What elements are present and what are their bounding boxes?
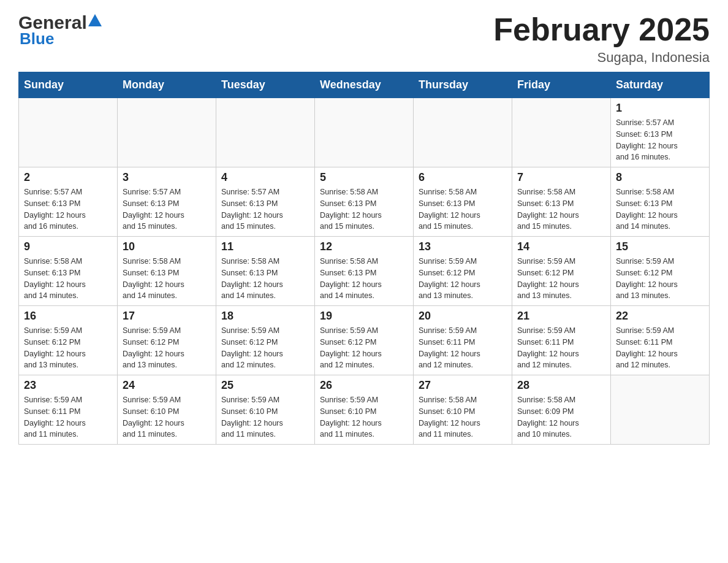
calendar-cell: 15Sunrise: 5:59 AM Sunset: 6:12 PM Dayli…: [611, 237, 710, 306]
day-info: Sunrise: 5:58 AM Sunset: 6:13 PM Dayligh…: [419, 186, 507, 232]
day-info: Sunrise: 5:58 AM Sunset: 6:10 PM Dayligh…: [419, 394, 507, 440]
day-of-week-sunday: Sunday: [19, 72, 118, 98]
calendar-cell: 20Sunrise: 5:59 AM Sunset: 6:11 PM Dayli…: [414, 306, 512, 375]
day-number: 1: [616, 102, 704, 115]
day-number: 8: [616, 171, 704, 184]
day-info: Sunrise: 5:58 AM Sunset: 6:13 PM Dayligh…: [616, 186, 704, 232]
calendar-cell: [512, 98, 611, 167]
day-info: Sunrise: 5:57 AM Sunset: 6:13 PM Dayligh…: [221, 186, 309, 232]
calendar-cell: 13Sunrise: 5:59 AM Sunset: 6:12 PM Dayli…: [414, 237, 512, 306]
calendar-cell: [19, 98, 118, 167]
day-number: 9: [24, 240, 112, 253]
day-info: Sunrise: 5:59 AM Sunset: 6:10 PM Dayligh…: [320, 394, 408, 440]
day-of-week-thursday: Thursday: [414, 72, 512, 98]
logo-container: General Blue: [18, 12, 102, 48]
day-number: 16: [24, 310, 112, 323]
day-number: 2: [24, 171, 112, 184]
calendar-cell: 21Sunrise: 5:59 AM Sunset: 6:11 PM Dayli…: [512, 306, 611, 375]
day-number: 22: [616, 310, 704, 323]
calendar-cell: [611, 375, 710, 445]
calendar-cell: 6Sunrise: 5:58 AM Sunset: 6:13 PM Daylig…: [414, 167, 512, 237]
calendar-cell: 10Sunrise: 5:58 AM Sunset: 6:13 PM Dayli…: [118, 237, 216, 306]
logo-blue-label: Blue: [18, 29, 54, 48]
day-info: Sunrise: 5:58 AM Sunset: 6:13 PM Dayligh…: [24, 256, 112, 302]
week-row-3: 9Sunrise: 5:58 AM Sunset: 6:13 PM Daylig…: [19, 237, 710, 306]
title-block: February 2025 Sugapa, Indonesia: [493, 12, 710, 66]
calendar-cell: [118, 98, 216, 167]
day-info: Sunrise: 5:59 AM Sunset: 6:11 PM Dayligh…: [24, 394, 112, 440]
calendar-cell: 17Sunrise: 5:59 AM Sunset: 6:12 PM Dayli…: [118, 306, 216, 375]
calendar-table: SundayMondayTuesdayWednesdayThursdayFrid…: [18, 72, 710, 445]
day-info: Sunrise: 5:59 AM Sunset: 6:11 PM Dayligh…: [517, 325, 605, 371]
calendar-cell: 1Sunrise: 5:57 AM Sunset: 6:13 PM Daylig…: [611, 98, 710, 167]
day-number: 4: [221, 171, 309, 184]
day-number: 25: [221, 379, 309, 392]
calendar-cell: 16Sunrise: 5:59 AM Sunset: 6:12 PM Dayli…: [19, 306, 118, 375]
day-info: Sunrise: 5:59 AM Sunset: 6:10 PM Dayligh…: [123, 394, 211, 440]
day-info: Sunrise: 5:58 AM Sunset: 6:13 PM Dayligh…: [320, 256, 408, 302]
calendar-cell: 27Sunrise: 5:58 AM Sunset: 6:10 PM Dayli…: [414, 375, 512, 445]
day-info: Sunrise: 5:58 AM Sunset: 6:13 PM Dayligh…: [123, 256, 211, 302]
day-number: 5: [320, 171, 408, 184]
day-number: 17: [123, 310, 211, 323]
day-number: 18: [221, 310, 309, 323]
day-info: Sunrise: 5:59 AM Sunset: 6:10 PM Dayligh…: [221, 394, 309, 440]
day-number: 21: [517, 310, 605, 323]
day-number: 24: [123, 379, 211, 392]
day-info: Sunrise: 5:59 AM Sunset: 6:11 PM Dayligh…: [616, 325, 704, 371]
day-info: Sunrise: 5:58 AM Sunset: 6:09 PM Dayligh…: [517, 394, 605, 440]
day-info: Sunrise: 5:59 AM Sunset: 6:12 PM Dayligh…: [517, 256, 605, 302]
day-info: Sunrise: 5:59 AM Sunset: 6:12 PM Dayligh…: [221, 325, 309, 371]
calendar-header: SundayMondayTuesdayWednesdayThursdayFrid…: [19, 72, 710, 98]
day-of-week-saturday: Saturday: [611, 72, 710, 98]
calendar-body: 1Sunrise: 5:57 AM Sunset: 6:13 PM Daylig…: [19, 98, 710, 445]
week-row-5: 23Sunrise: 5:59 AM Sunset: 6:11 PM Dayli…: [19, 375, 710, 445]
day-info: Sunrise: 5:58 AM Sunset: 6:13 PM Dayligh…: [320, 186, 408, 232]
day-number: 3: [123, 171, 211, 184]
calendar-cell: [315, 98, 414, 167]
day-number: 27: [419, 379, 507, 392]
day-number: 19: [320, 310, 408, 323]
day-of-week-wednesday: Wednesday: [315, 72, 414, 98]
page-subtitle: Sugapa, Indonesia: [493, 50, 710, 66]
calendar-cell: 3Sunrise: 5:57 AM Sunset: 6:13 PM Daylig…: [118, 167, 216, 237]
day-number: 20: [419, 310, 507, 323]
day-info: Sunrise: 5:58 AM Sunset: 6:13 PM Dayligh…: [517, 186, 605, 232]
calendar-cell: 7Sunrise: 5:58 AM Sunset: 6:13 PM Daylig…: [512, 167, 611, 237]
calendar-cell: 22Sunrise: 5:59 AM Sunset: 6:11 PM Dayli…: [611, 306, 710, 375]
calendar-cell: 18Sunrise: 5:59 AM Sunset: 6:12 PM Dayli…: [216, 306, 315, 375]
calendar-cell: 4Sunrise: 5:57 AM Sunset: 6:13 PM Daylig…: [216, 167, 315, 237]
day-info: Sunrise: 5:59 AM Sunset: 6:12 PM Dayligh…: [419, 256, 507, 302]
page-title: February 2025: [493, 12, 710, 47]
day-info: Sunrise: 5:57 AM Sunset: 6:13 PM Dayligh…: [24, 186, 112, 232]
day-of-week-tuesday: Tuesday: [216, 72, 315, 98]
calendar-cell: 8Sunrise: 5:58 AM Sunset: 6:13 PM Daylig…: [611, 167, 710, 237]
day-info: Sunrise: 5:59 AM Sunset: 6:12 PM Dayligh…: [24, 325, 112, 371]
calendar-cell: 14Sunrise: 5:59 AM Sunset: 6:12 PM Dayli…: [512, 237, 611, 306]
calendar-cell: 23Sunrise: 5:59 AM Sunset: 6:11 PM Dayli…: [19, 375, 118, 445]
logo: General Blue: [18, 12, 102, 48]
day-info: Sunrise: 5:59 AM Sunset: 6:12 PM Dayligh…: [616, 256, 704, 302]
day-info: Sunrise: 5:59 AM Sunset: 6:12 PM Dayligh…: [320, 325, 408, 371]
day-number: 13: [419, 240, 507, 253]
calendar-cell: [216, 98, 315, 167]
day-number: 23: [24, 379, 112, 392]
calendar-cell: 12Sunrise: 5:58 AM Sunset: 6:13 PM Dayli…: [315, 237, 414, 306]
day-number: 26: [320, 379, 408, 392]
calendar-cell: 19Sunrise: 5:59 AM Sunset: 6:12 PM Dayli…: [315, 306, 414, 375]
logo-triangle-icon: [88, 14, 102, 26]
day-number: 12: [320, 240, 408, 253]
days-of-week-row: SundayMondayTuesdayWednesdayThursdayFrid…: [19, 72, 710, 98]
day-info: Sunrise: 5:58 AM Sunset: 6:13 PM Dayligh…: [221, 256, 309, 302]
day-number: 14: [517, 240, 605, 253]
day-number: 10: [123, 240, 211, 253]
calendar-cell: 24Sunrise: 5:59 AM Sunset: 6:10 PM Dayli…: [118, 375, 216, 445]
week-row-4: 16Sunrise: 5:59 AM Sunset: 6:12 PM Dayli…: [19, 306, 710, 375]
page-header: General Blue February 2025 Sugapa, Indon…: [18, 12, 710, 66]
day-number: 6: [419, 171, 507, 184]
day-info: Sunrise: 5:57 AM Sunset: 6:13 PM Dayligh…: [616, 117, 704, 163]
day-info: Sunrise: 5:59 AM Sunset: 6:11 PM Dayligh…: [419, 325, 507, 371]
week-row-2: 2Sunrise: 5:57 AM Sunset: 6:13 PM Daylig…: [19, 167, 710, 237]
calendar-cell: 28Sunrise: 5:58 AM Sunset: 6:09 PM Dayli…: [512, 375, 611, 445]
calendar-cell: 26Sunrise: 5:59 AM Sunset: 6:10 PM Dayli…: [315, 375, 414, 445]
